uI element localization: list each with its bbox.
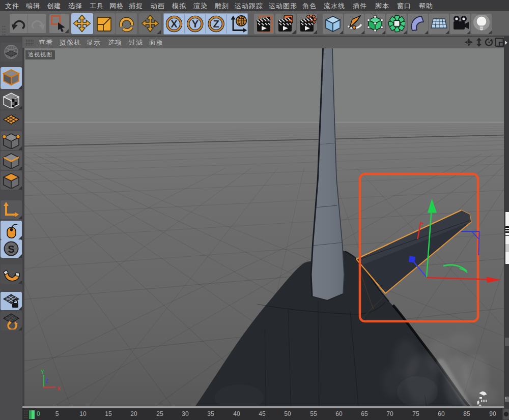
svg-text:Z: Z xyxy=(213,18,219,29)
svg-text:X: X xyxy=(57,386,61,392)
svg-text:S: S xyxy=(8,244,14,255)
svg-text:Y: Y xyxy=(192,18,199,29)
svg-text:X: X xyxy=(171,18,178,29)
svg-text:Z: Z xyxy=(45,378,48,384)
svg-text:Y: Y xyxy=(41,369,44,375)
